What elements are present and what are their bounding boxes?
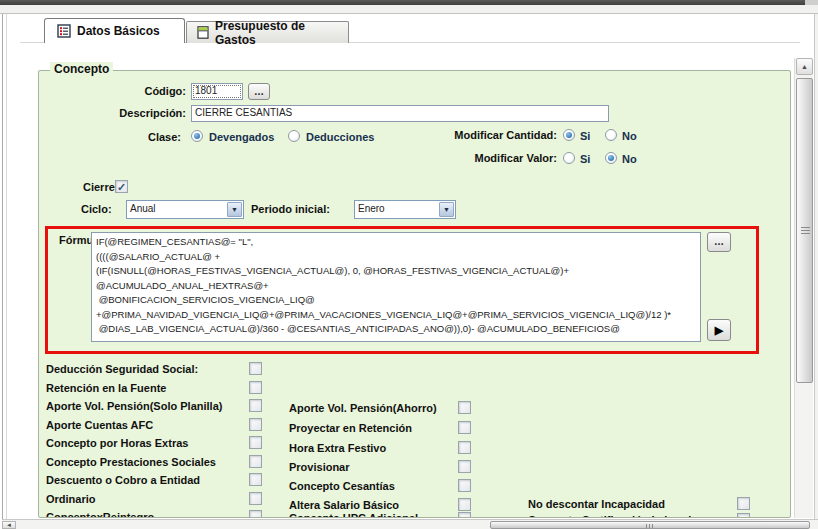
check-icon: ✓ [117, 181, 126, 193]
formula-textarea[interactable]: IF(@REGIMEN_CESANTIAS@= "L", ((((@SALARI… [91, 232, 701, 342]
clase-deducciones-label: Deducciones [306, 131, 374, 143]
periodo-inicial-value: Enero [358, 203, 385, 214]
scroll-up-button[interactable]: ▲ [796, 58, 813, 75]
grip-line [801, 227, 810, 228]
document-icon [197, 26, 209, 39]
scroll-left-icon: ◄ [6, 522, 12, 528]
flag-checkbox-concepto-upc-adicional[interactable] [458, 512, 471, 518]
flag-label: ConceptoxReintegro [46, 511, 154, 518]
play-icon: ▶ [715, 325, 723, 336]
modificar-valor-no-radio[interactable] [605, 152, 617, 164]
modificar-cantidad-no-label: No [622, 130, 637, 142]
flag-label: Concepto UPC Adicional [289, 512, 418, 518]
flag-checkbox-aporte-vol-pension-planilla[interactable] [249, 399, 262, 412]
clase-devengados-radio[interactable] [191, 130, 203, 142]
flag-label: Ordinario [46, 493, 96, 505]
descripcion-label: Descripción: [86, 107, 186, 119]
modificar-valor-label: Modificar Valor: [401, 152, 557, 164]
grip-line [801, 230, 810, 231]
flag-checkbox-descuento-cobro-entidad[interactable] [249, 473, 262, 486]
clase-devengados-label: Devengados [209, 131, 274, 143]
flag-label: Descuento o Cobro a Entidad [46, 474, 200, 486]
tab-datos-basicos[interactable]: Datos Básicos [44, 18, 185, 43]
modificar-valor-no-label: No [622, 153, 637, 165]
ciclo-dropdown[interactable]: Anual ▼ [126, 200, 244, 219]
modificar-cantidad-label: Modificar Cantidad: [401, 129, 557, 141]
ellipsis-icon: … [714, 237, 724, 247]
flag-checkbox-ordinario[interactable] [249, 492, 262, 505]
chevron-down-icon[interactable]: ▼ [227, 202, 242, 217]
chevron-down-icon[interactable]: ▼ [439, 202, 454, 217]
scroll-up-icon: ▲ [801, 63, 808, 70]
modificar-valor-si-label: Si [580, 153, 590, 165]
tab-presupuesto-de-gastos[interactable]: Presupuesto de Gastos [186, 21, 349, 43]
tab-label: Datos Básicos [77, 24, 160, 38]
flag-checkbox-prestaciones-sociales[interactable] [249, 455, 262, 468]
window-border-left-inner [6, 14, 7, 529]
horizontal-scrollbar-thumb[interactable] [490, 521, 810, 529]
grip-line [646, 524, 647, 528]
groupbox-title: Concepto [50, 62, 113, 76]
flag-label: Aporte Vol. Pensión(Solo Planilla) [46, 400, 222, 412]
flag-label: Aporte Vol. Pensión(Ahorro) [289, 402, 437, 414]
periodo-inicial-dropdown[interactable]: Enero ▼ [354, 200, 456, 219]
flag-checkbox-horas-extras[interactable] [249, 436, 262, 449]
flag-checkbox-proyectar-retencion[interactable] [458, 421, 471, 434]
ciclo-value: Anual [130, 203, 156, 214]
concepto-groupbox: Código: 1801 … Descripción: CIERRE CESAN… [38, 70, 791, 518]
grip-line [801, 233, 810, 234]
ellipsis-icon: … [254, 87, 264, 97]
horizontal-scrollbar[interactable]: ◄ [2, 519, 818, 529]
flag-checkbox-aporte-vol-pension-ahorro[interactable] [458, 401, 471, 414]
flag-label: Altera Salario Básico [289, 499, 399, 511]
flag-checkbox-no-descontar-incapacidad[interactable] [737, 497, 750, 510]
descripcion-input[interactable]: CIERRE CESANTIAS [191, 105, 609, 122]
flag-label: Concepto Prestaciones Sociales [46, 456, 216, 468]
modificar-cantidad-no-radio[interactable] [605, 129, 617, 141]
modificar-cantidad-si-radio[interactable] [563, 129, 575, 141]
flag-label: No descontar Incapacidad [528, 498, 665, 510]
flag-checkbox-concepto-cesantias[interactable] [458, 479, 471, 492]
formula-browse-button[interactable]: … [707, 232, 731, 252]
clase-label: Clase: [136, 131, 181, 143]
menu-strip [0, 5, 818, 14]
modificar-valor-si-radio[interactable] [563, 152, 575, 164]
flag-checkbox-deduccion-seguridad-social[interactable] [249, 362, 262, 375]
flag-checkbox-aporte-cuentas-afc[interactable] [249, 418, 262, 431]
window-border-left [2, 14, 3, 529]
cierre-checkbox[interactable]: ✓ [115, 180, 128, 193]
flag-label: Hora Extra Festivo [289, 442, 386, 454]
periodo-inicial-label: Periodo inicial: [251, 203, 330, 215]
vertical-scrollbar-thumb[interactable] [796, 78, 813, 383]
flag-checkbox-retencion-fuente[interactable] [249, 381, 262, 394]
codigo-browse-button[interactable]: … [248, 83, 270, 100]
list-icon [57, 24, 71, 38]
ciclo-label: Ciclo: [81, 203, 112, 215]
flag-label: Concepto Cesantías [289, 480, 395, 492]
flag-checkbox-concepto-certificacion-laboral[interactable] [737, 513, 750, 518]
scroll-left-button[interactable]: ◄ [2, 521, 16, 529]
flag-label: Concepto por Horas Extras [46, 437, 188, 449]
flag-checkbox-altera-salario-basico[interactable] [458, 498, 471, 511]
formula-run-button[interactable]: ▶ [707, 319, 731, 341]
flag-checkbox-hora-extra-festivo[interactable] [458, 441, 471, 454]
clase-deducciones-radio[interactable] [288, 130, 300, 142]
vertical-scrollbar[interactable]: ▲ [794, 58, 813, 518]
codigo-input[interactable]: 1801 [191, 83, 243, 100]
codigo-label: Código: [91, 85, 186, 97]
flag-label: Provisionar [289, 461, 350, 473]
flag-checkbox-concepto-reintegro[interactable] [249, 510, 262, 518]
grip-line [649, 524, 650, 528]
cierre-label: Cierre [83, 181, 115, 193]
flag-label: Deducción Seguridad Social: [46, 363, 198, 375]
flag-checkbox-provisionar[interactable] [458, 460, 471, 473]
flag-label: Concepto Certificación Laboral [528, 514, 691, 518]
modificar-cantidad-si-label: Si [580, 130, 590, 142]
flag-label: Retención en la Fuente [46, 382, 166, 394]
grip-line [652, 524, 653, 528]
flag-label: Aporte Cuentas AFC [46, 419, 153, 431]
tab-label: Presupuesto de Gastos [215, 19, 348, 47]
flag-label: Proyectar en Retención [289, 422, 412, 434]
